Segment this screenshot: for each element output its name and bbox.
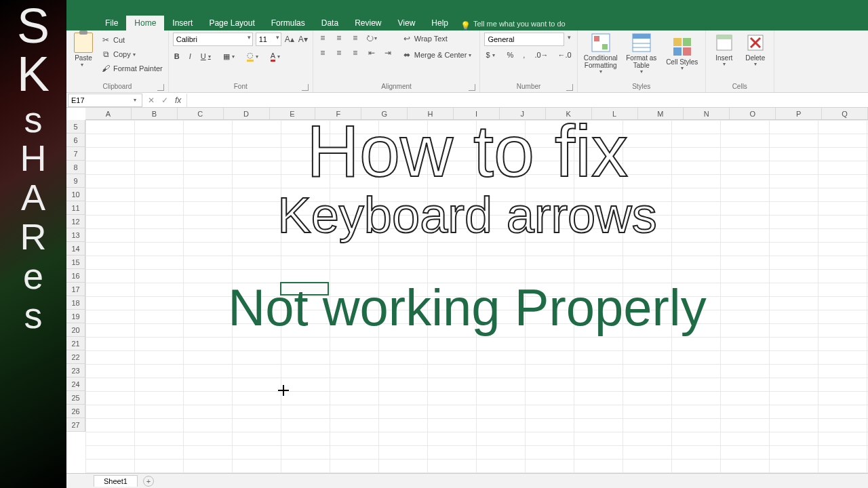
row-header[interactable]: 17 (66, 283, 85, 296)
tab-file[interactable]: File (97, 16, 126, 30)
align-bottom-button[interactable]: ≡ (350, 33, 361, 43)
underline-button[interactable]: U▾ (199, 52, 215, 61)
dialog-launcher-icon[interactable] (469, 84, 475, 91)
name-box[interactable]: E17 ▾ (68, 94, 142, 107)
column-header[interactable]: I (454, 108, 500, 119)
wrap-text-button[interactable]: ↩Wrap Text (400, 33, 476, 45)
shrink-font-button[interactable]: A▾ (298, 34, 309, 45)
row-header[interactable]: 18 (66, 296, 85, 310)
copy-button[interactable]: ⧉Copy▾ (99, 48, 164, 60)
column-header[interactable]: F (315, 108, 361, 119)
font-color-button[interactable]: A▾ (269, 51, 284, 62)
worksheet[interactable]: ABCDEFGHIJKLMNOPQ 5678910111213141516171… (66, 108, 868, 487)
tab-review[interactable]: Review (347, 16, 389, 30)
column-header[interactable]: G (361, 108, 408, 119)
row-header[interactable]: 24 (66, 378, 85, 391)
border-button[interactable]: ▦▾ (222, 52, 239, 62)
row-header[interactable]: 15 (66, 256, 85, 269)
align-center-button[interactable]: ≡ (334, 47, 344, 58)
accounting-format-button[interactable]: $▾ (484, 50, 498, 60)
tell-me-input[interactable]: Tell me what you want to do (473, 20, 566, 30)
row-header[interactable]: 26 (66, 405, 85, 418)
column-header[interactable]: N (684, 108, 730, 119)
font-family-select[interactable] (173, 33, 253, 46)
format-painter-button[interactable]: 🖌Format Painter (99, 62, 164, 75)
row-header[interactable]: 14 (66, 242, 85, 256)
cell-styles-button[interactable]: Cell Styles▾ (663, 37, 701, 72)
tab-page-layout[interactable]: Page Layout (201, 16, 262, 30)
font-size-select[interactable] (256, 33, 281, 46)
comma-button[interactable]: , (521, 50, 526, 60)
row-header[interactable]: 6 (66, 134, 85, 147)
column-header[interactable]: O (730, 108, 776, 119)
row-header[interactable]: 13 (66, 228, 85, 242)
italic-button[interactable]: I (188, 52, 193, 61)
row-header[interactable]: 16 (66, 269, 85, 283)
column-header[interactable]: C (178, 108, 224, 119)
new-sheet-button[interactable]: + (143, 476, 154, 487)
dialog-launcher-icon[interactable] (157, 84, 164, 91)
dialog-launcher-icon[interactable] (566, 84, 573, 91)
accept-formula-button[interactable]: ✓ (161, 96, 168, 105)
row-header[interactable]: 9 (66, 174, 85, 188)
format-as-table-button[interactable]: Format as Table▾ (623, 33, 660, 75)
decrease-indent-button[interactable]: ⇤ (366, 47, 377, 58)
tab-insert[interactable]: Insert (164, 16, 201, 30)
column-header[interactable]: K (546, 108, 592, 119)
column-header[interactable]: B (132, 108, 178, 119)
grow-font-button[interactable]: A▴ (284, 34, 295, 45)
orientation-button[interactable]: ⭮▾ (366, 33, 377, 43)
column-header[interactable]: H (408, 108, 454, 119)
insert-cells-button[interactable]: Insert▾ (710, 33, 738, 68)
paste-button[interactable]: Paste ▾ (71, 33, 96, 68)
column-header[interactable]: P (776, 108, 822, 119)
tab-help[interactable]: Help (423, 16, 456, 30)
tab-home[interactable]: Home (126, 16, 164, 30)
column-header[interactable]: L (592, 108, 638, 119)
formula-bar[interactable] (186, 94, 868, 107)
row-header[interactable]: 25 (66, 391, 85, 405)
number-format-select[interactable] (484, 33, 564, 46)
row-header[interactable]: 27 (66, 418, 85, 432)
column-header[interactable]: M (638, 108, 684, 119)
row-header[interactable]: 22 (66, 350, 85, 364)
align-middle-button[interactable]: ≡ (334, 33, 344, 43)
row-header[interactable]: 19 (66, 310, 85, 323)
increase-decimal-button[interactable]: .0→ (533, 50, 549, 60)
row-header[interactable]: 12 (66, 215, 85, 228)
delete-cells-button[interactable]: Delete▾ (741, 33, 770, 68)
row-header[interactable]: 21 (66, 337, 85, 350)
column-header[interactable]: D (224, 108, 270, 119)
dialog-launcher-icon[interactable] (302, 84, 309, 91)
align-right-button[interactable]: ≡ (350, 47, 361, 58)
merge-center-button[interactable]: ⬌Merge & Center▾ (400, 49, 476, 61)
column-headers[interactable]: ABCDEFGHIJKLMNOPQ (85, 108, 868, 120)
sheet-tab[interactable]: Sheet1 (94, 475, 138, 487)
cell-grid[interactable] (85, 120, 868, 487)
align-top-button[interactable]: ≡ (317, 33, 328, 43)
fx-icon[interactable]: fx (175, 96, 181, 105)
increase-indent-button[interactable]: ⇥ (382, 47, 393, 58)
percent-button[interactable]: % (506, 50, 515, 60)
conditional-formatting-button[interactable]: Conditional Formatting▾ (582, 33, 620, 75)
tab-formulas[interactable]: Formulas (263, 16, 313, 30)
row-header[interactable]: 5 (66, 120, 85, 134)
row-header[interactable]: 23 (66, 364, 85, 378)
row-headers[interactable]: 5678910111213141516171819202122232425262… (66, 120, 85, 432)
row-header[interactable]: 20 (66, 323, 85, 337)
column-header[interactable]: J (500, 108, 546, 119)
cancel-formula-button[interactable]: ✕ (148, 96, 155, 105)
tab-data[interactable]: Data (313, 16, 347, 30)
row-header[interactable]: 11 (66, 201, 85, 215)
row-header[interactable]: 7 (66, 147, 85, 161)
tab-view[interactable]: View (390, 16, 424, 30)
column-header[interactable]: Q (822, 108, 868, 119)
cut-button[interactable]: ✂Cut (99, 34, 164, 46)
align-left-button[interactable]: ≡ (317, 47, 328, 58)
row-header[interactable]: 10 (66, 188, 85, 201)
column-header[interactable]: A (85, 108, 132, 119)
decrease-decimal-button[interactable]: ←.0 (557, 50, 573, 60)
bold-button[interactable]: B (173, 52, 181, 61)
column-header[interactable]: E (270, 108, 316, 119)
row-header[interactable]: 8 (66, 161, 85, 174)
